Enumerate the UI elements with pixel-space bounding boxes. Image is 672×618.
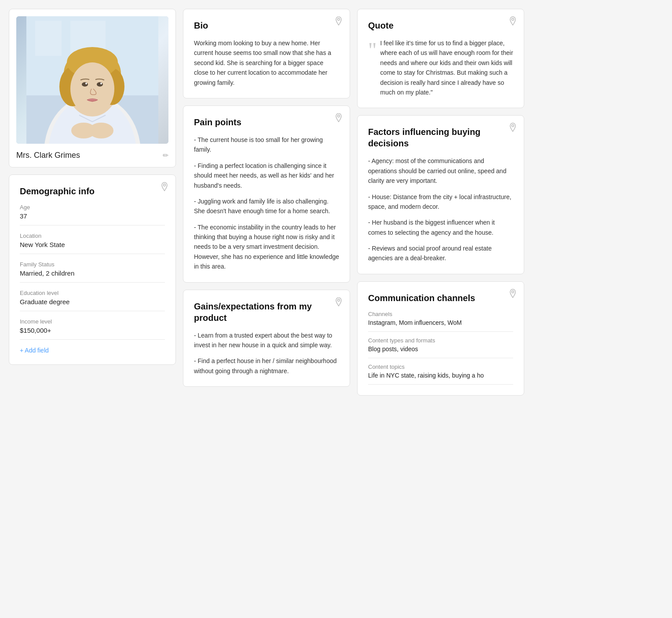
content-topics-label: Content topics [368, 364, 513, 370]
age-label: Age [20, 204, 165, 211]
factors-pin-icon[interactable] [509, 123, 517, 135]
svg-point-25 [512, 291, 514, 293]
comm-pin-icon[interactable] [509, 289, 517, 301]
location-value: New York State [20, 241, 165, 254]
content-types-label: Content types and formats [368, 337, 513, 344]
svg-point-20 [338, 18, 340, 21]
factor-1: - House: Distance from the city + local … [368, 192, 513, 212]
svg-point-15 [85, 83, 87, 84]
gain-1: - Find a perfect house in her / similar … [194, 356, 339, 376]
quote-title: Quote [368, 20, 513, 31]
factor-2: - Her husband is the biggest influencer … [368, 218, 513, 237]
demographic-card: Demographic info Age 37 Location New Yor… [9, 174, 176, 365]
pain-point-3: - The economic instability in the countr… [194, 222, 339, 272]
quote-card: Quote " I feel like it's time for us to … [357, 9, 524, 108]
svg-point-22 [338, 299, 340, 301]
channels-label: Channels [368, 311, 513, 317]
profile-card: Mrs. Clark Grimes ✏ [9, 9, 176, 167]
pain-point-1: - Finding a perfect location is challeng… [194, 161, 339, 190]
factor-3: - Reviews and social proof around real e… [368, 244, 513, 263]
family-status-label: Family Status [20, 261, 165, 268]
income-value: $150,000+ [20, 327, 165, 340]
svg-point-18 [89, 123, 113, 138]
profile-image [16, 16, 168, 144]
demo-location: Location New York State [20, 233, 165, 254]
comm-fields: Channels Instagram, Mom influencers, WoM… [368, 311, 513, 385]
demographic-fields: Age 37 Location New York State Family St… [20, 204, 165, 340]
quote-text: I feel like it's time for us to find a b… [380, 38, 513, 97]
svg-point-13 [82, 82, 88, 87]
pain-points-card: Pain points - The current house is too s… [183, 105, 350, 283]
svg-point-12 [70, 62, 114, 115]
age-value: 37 [20, 212, 165, 225]
demo-education: Education level Graduate degree [20, 290, 165, 311]
content-types-value: Blog posts, videos [368, 345, 513, 358]
demo-family-status: Family Status Married, 2 children [20, 261, 165, 283]
svg-point-16 [100, 83, 102, 84]
education-label: Education level [20, 290, 165, 296]
location-label: Location [20, 233, 165, 239]
channels-value: Instagram, Mom influencers, WoM [368, 319, 513, 332]
education-value: Graduate degree [20, 298, 165, 311]
bio-title: Bio [194, 20, 339, 31]
pain-points-title: Pain points [194, 116, 339, 128]
bio-card: Bio Working mom looking to buy a new hom… [183, 9, 350, 98]
svg-point-24 [512, 125, 514, 127]
family-status-value: Married, 2 children [20, 269, 165, 283]
demo-age: Age 37 [20, 204, 165, 225]
svg-point-14 [97, 82, 103, 87]
factors-title: Factors influencing buying decisions [368, 126, 513, 149]
gains-pin-icon[interactable] [335, 297, 343, 309]
pin-icon[interactable] [161, 182, 168, 194]
svg-point-23 [512, 18, 514, 21]
gain-0: - Learn from a trusted expert about the … [194, 331, 339, 350]
factor-0: - Agency: most of the communications and… [368, 156, 513, 185]
profile-name: Mrs. Clark Grimes [16, 151, 80, 160]
communication-card: Communication channels Channels Instagra… [357, 281, 524, 396]
bio-text: Working mom looking to buy a new home. H… [194, 38, 339, 87]
add-field-button[interactable]: + Add field [20, 347, 49, 354]
bio-pin-icon[interactable] [335, 16, 343, 28]
factors-list: - Agency: most of the communications and… [368, 156, 513, 263]
income-label: Income level [20, 318, 165, 325]
factors-card: Factors influencing buying decisions - A… [357, 115, 524, 274]
demographic-title: Demographic info [20, 185, 165, 197]
gains-title: Gains/expectations from my product [194, 301, 339, 324]
pain-point-2: - Juggling work and family life is also … [194, 196, 339, 216]
quote-pin-icon[interactable] [509, 16, 517, 28]
gains-card: Gains/expectations from my product - Lea… [183, 290, 350, 387]
pain-point-0: - The current house is too small for her… [194, 135, 339, 155]
comm-title: Communication channels [368, 292, 513, 304]
pain-pin-icon[interactable] [335, 113, 343, 125]
content-topics-value: Life in NYC state, raising kids, buying … [368, 372, 513, 385]
gains-list: - Learn from a trusted expert about the … [194, 331, 339, 376]
svg-point-19 [164, 184, 166, 186]
quote-content: " I feel like it's time for us to find a… [368, 38, 513, 97]
svg-point-21 [338, 115, 340, 117]
pain-points-list: - The current house is too small for her… [194, 135, 339, 272]
quote-mark: " [368, 42, 377, 58]
edit-icon[interactable]: ✏ [163, 151, 168, 160]
demo-income: Income level $150,000+ [20, 318, 165, 340]
svg-rect-2 [35, 21, 62, 56]
